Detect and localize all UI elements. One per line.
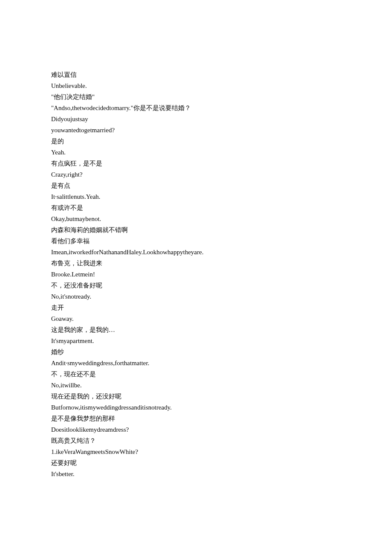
text-line: Imean,itworkedforNathanandHaley.Lookhowh… <box>51 247 341 258</box>
text-line: 不，现在还不是 <box>51 369 341 380</box>
text-line: 有点疯狂，是不是 <box>51 158 341 169</box>
text-line: 现在还是我的，还没好呢 <box>51 391 341 402</box>
text-line: Doesitlooklikemydreamdress? <box>51 424 341 435</box>
text-line: It'sbetter. <box>51 468 341 479</box>
text-line: 不，还没准备好呢 <box>51 280 341 291</box>
text-line: Goaway. <box>51 313 341 324</box>
text-line: Butfornow,itismyweddingdressanditisnotre… <box>51 402 341 413</box>
text-line: 走开 <box>51 302 341 313</box>
text-line: Unbelievable. <box>51 80 341 91</box>
text-line: 内森和海莉的婚姻就不错啊 <box>51 224 341 235</box>
text-line: 看他们多幸福 <box>51 235 341 247</box>
text-line: youwantedtogetmarried? <box>51 125 341 136</box>
text-line: 是有点 <box>51 180 341 191</box>
text-line: Okay,butmaybenot. <box>51 213 341 224</box>
text-line: 婚纱 <box>51 346 341 357</box>
text-line: Andit·smyweddingdress,forthatmatter. <box>51 357 341 369</box>
text-line: Didyoujustsay <box>51 113 341 125</box>
text-line: Yeah. <box>51 147 341 158</box>
text-line: Brooke.Letmein! <box>51 269 341 280</box>
text-line: 这是我的家，是我的… <box>51 324 341 335</box>
text-line: Crazy,right? <box>51 169 341 180</box>
text-line: 布鲁克，让我进来 <box>51 258 341 269</box>
text-line: 1.ikeVeraWangmeetsSnowWhite? <box>51 446 341 457</box>
text-line: "他们决定结婚" <box>51 91 341 102</box>
text-line: It·salittlenuts.Yeah. <box>51 191 341 202</box>
text-line: 是不是像我梦想的那样 <box>51 413 341 424</box>
text-line: No,itwillbe. <box>51 380 341 391</box>
text-line: 是的 <box>51 136 341 147</box>
text-line: 既高贵又纯洁？ <box>51 435 341 446</box>
document-content: 难以置信 Unbelievable. "他们决定结婚" "Andso,thetw… <box>0 0 392 479</box>
text-line: 难以置信 <box>51 69 341 80</box>
text-line: 还要好呢 <box>51 457 341 468</box>
text-line: 有或许不是 <box>51 202 341 213</box>
text-line: "Andso,thetwodecidedtomarry."你是不是说要结婚？ <box>51 102 341 113</box>
text-line: It'smyapartment. <box>51 335 341 346</box>
text-line: No,it'snotready. <box>51 291 341 302</box>
